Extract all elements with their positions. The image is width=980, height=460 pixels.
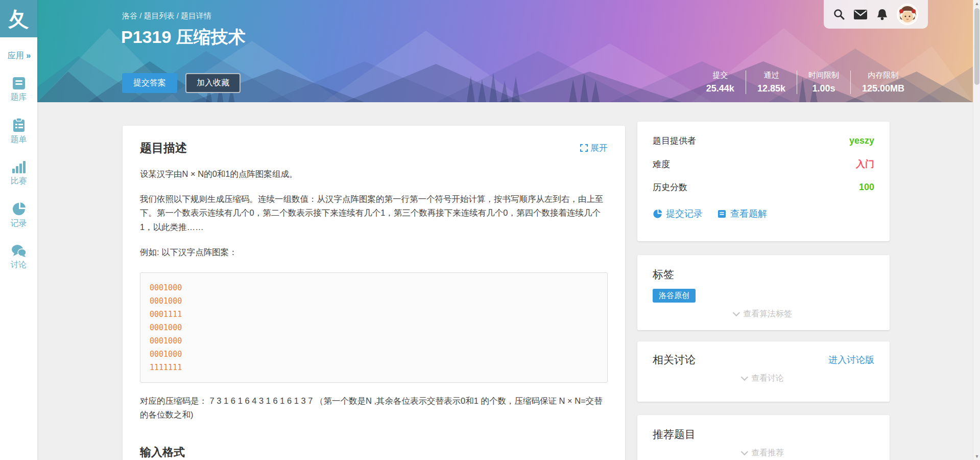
code-line: 0001000 [150,348,598,361]
stat-label: 时间限制 [808,71,839,80]
show-algorithm-tags-link[interactable]: 查看算法标签 [653,309,874,319]
sidebar-item-problems[interactable]: 题库 [0,77,37,103]
show-discussions-link[interactable]: 查看讨论 [653,373,874,384]
content-area: 题目描述 展开 设某汉字由N × N的0和1的点阵图案组成。 我们依照以下规则生… [37,102,973,460]
related-discussions-card: 相关讨论 进入讨论版 查看讨论 [637,341,890,402]
code-line: 0001111 [150,308,598,321]
luogu-logo-icon: 夂 [9,9,29,29]
info-label: 历史分数 [653,181,687,193]
apps-label: 应用 [8,51,24,60]
pie-chart-icon [653,209,662,219]
show-recommendations-link[interactable]: 查看推荐 [653,448,874,458]
problem-paragraph: 设某汉字由N × N的0和1的点阵图案组成。 [140,167,608,181]
chevron-down-icon [741,448,748,455]
clipboard-icon [12,118,26,132]
difficulty-value: 入门 [856,158,874,170]
sidebar-item-label: 题库 [0,92,37,103]
section-title-description: 题目描述 [140,140,187,156]
pie-chart-icon [12,202,26,216]
compress-code-paragraph: 对应的压缩码是： 7 3 1 6 1 6 4 3 1 6 1 6 1 3 7 （… [140,394,608,422]
page-title: P1319 压缩技术 [121,26,246,49]
vertical-scrollbar[interactable]: ▲ ▼ [973,0,980,460]
scroll-up-arrow-icon[interactable]: ▲ [973,0,980,7]
sidebar-item-label: 比赛 [0,176,37,187]
view-solutions-link[interactable]: 查看题解 [717,208,767,220]
code-line: 0001000 [150,321,598,334]
code-line: 0001000 [150,281,598,294]
chevron-down-icon [733,309,740,316]
left-sidebar: 夂 应用 » 题库 题单 [0,0,37,460]
stat-value: 12.85k [757,83,785,94]
link-label: 提交记录 [666,208,703,220]
stat-label: 提交 [706,71,734,80]
info-row-history-score: 历史分数 100 [653,181,874,193]
more-label: 查看讨论 [751,374,784,382]
expand-link[interactable]: 展开 [580,142,608,154]
code-line: 1111111 [150,361,598,374]
luogu-problem-page: 夂 应用 » 题库 题单 [0,0,980,460]
book-icon [11,77,27,90]
stat-memory-limit: 内存限制 125.00MB [850,71,916,94]
discussions-title: 相关讨论 [653,353,696,367]
tags-card: 标签 洛谷原创 查看算法标签 [637,255,890,330]
scroll-down-arrow-icon[interactable]: ▼ [973,453,980,460]
code-line: 0001000 [150,294,598,308]
user-avatar[interactable] [897,4,918,25]
history-score-value: 100 [859,182,874,193]
scrollbar-thumb[interactable] [974,8,979,85]
submission-records-link[interactable]: 提交记录 [653,208,703,220]
mail-icon[interactable] [854,10,867,19]
expand-label: 展开 [590,142,608,154]
section-title-input-format: 输入格式 [140,445,608,460]
stat-value: 1.00s [808,83,839,94]
chat-icon [11,244,27,258]
submit-answer-button[interactable]: 提交答案 [122,73,177,93]
recommend-title: 推荐题目 [653,427,874,442]
breadcrumb[interactable]: 洛谷 / 题目列表 / 题目详情 [122,11,211,21]
sidebar-apps-toggle[interactable]: 应用 » [0,51,37,61]
user-toolbar [824,0,928,29]
stat-label: 内存限制 [862,71,904,80]
chevron-down-icon [741,374,748,381]
sidebar-item-label: 题单 [0,134,37,145]
sidebar-item-label: 讨论 [0,260,37,270]
stat-accepted: 通过 12.85k [746,71,797,94]
bar-chart-icon [12,160,26,174]
header-banner: 洛谷 / 题目列表 / 题目详情 P1319 压缩技术 提交答案 加入收藏 提交… [37,0,973,102]
problem-description-card: 题目描述 展开 设某汉字由N × N的0和1的点阵图案组成。 我们依照以下规则生… [123,126,625,460]
stat-label: 通过 [757,71,785,80]
sidebar-item-records[interactable]: 记录 [0,202,37,229]
luogu-logo[interactable]: 夂 [0,0,37,37]
code-line: 0001000 [150,334,598,348]
stat-submissions: 提交 25.44k [695,71,746,94]
recommended-problems-card: 推荐题目 查看推荐 [637,415,890,460]
stat-time-limit: 时间限制 1.00s [797,71,850,94]
info-row-provider: 题目提供者 yeszy [653,135,874,147]
tag-luogu-original[interactable]: 洛谷原创 [653,289,696,303]
problem-stats: 提交 25.44k 通过 12.85k 时间限制 1.00s 内存限制 125.… [695,71,916,94]
more-label: 查看推荐 [751,448,784,457]
bell-icon[interactable] [877,9,888,20]
book-icon [717,210,727,218]
sidebar-item-problem-lists[interactable]: 题单 [0,118,37,145]
action-buttons: 提交答案 加入收藏 [122,73,241,93]
provider-value[interactable]: yeszy [849,135,874,146]
double-chevron-right-icon: » [26,51,30,60]
more-label: 查看算法标签 [743,309,792,318]
expand-icon [580,144,588,152]
add-favorite-button[interactable]: 加入收藏 [185,73,241,93]
sidebar-item-discuss[interactable]: 讨论 [0,244,37,270]
info-label: 题目提供者 [653,135,696,147]
problem-paragraph: 例如: 以下汉字点阵图案： [140,245,608,259]
problem-paragraph: 我们依照以下规则生成压缩码。连续一组数值：从汉字点阵图案的第一行第一个符号开始计… [140,192,608,234]
stat-value: 125.00MB [862,83,904,94]
dot-matrix-code-block: 0001000 0001000 0001111 0001000 0001000 … [140,272,608,383]
problem-info-card: 题目提供者 yeszy 难度 入门 历史分数 100 提交记录 [637,122,890,241]
stat-value: 25.44k [706,83,734,94]
enter-discussion-board-link[interactable]: 进入讨论版 [828,354,874,366]
sidebar-item-contests[interactable]: 比赛 [0,160,37,187]
search-icon[interactable] [833,9,845,20]
info-label: 难度 [653,158,670,170]
info-row-difficulty: 难度 入门 [653,158,874,170]
sidebar-item-label: 记录 [0,218,37,229]
